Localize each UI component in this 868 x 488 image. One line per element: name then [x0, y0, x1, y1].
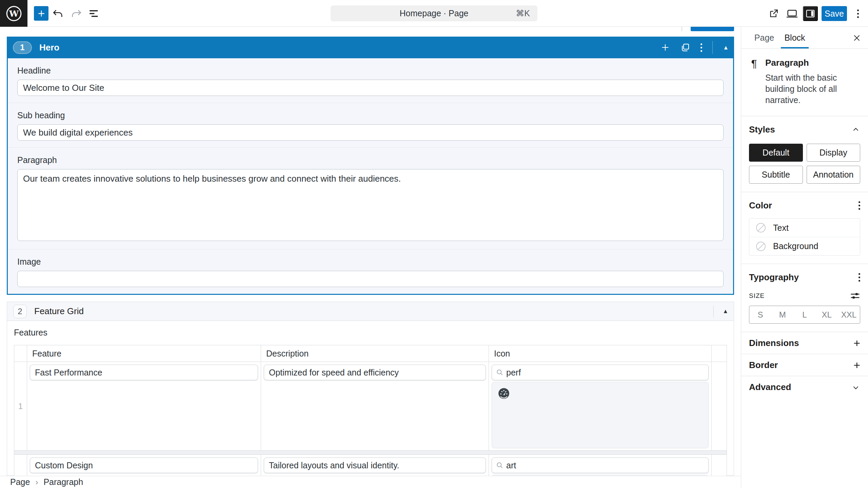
row-1-icon-search [492, 365, 709, 380]
editor-topbar: W Homepage · Page ⌘K [0, 0, 868, 27]
document-title-button[interactable]: Homepage · Page ⌘K [331, 5, 537, 21]
row-1-actions-cell [712, 362, 727, 451]
features-col-actions-header [712, 345, 727, 362]
row-2-icon-search [492, 458, 709, 473]
size-s-option[interactable]: S [749, 306, 771, 323]
breadcrumb-paragraph[interactable]: Paragraph [43, 477, 83, 487]
sidebar-tabs: Page Block [741, 27, 868, 49]
preview-device-icon[interactable] [785, 7, 800, 20]
style-default-button[interactable]: Default [749, 144, 803, 162]
chevron-up-icon[interactable] [851, 125, 860, 134]
image-input[interactable] [17, 271, 724, 287]
hero-add-icon[interactable] [660, 43, 670, 52]
advanced-panel-row[interactable]: Advanced [741, 376, 868, 398]
no-color-swatch-icon [756, 242, 766, 251]
hero-duplicate-icon[interactable] [680, 42, 690, 53]
size-l-option[interactable]: L [793, 306, 815, 323]
hero-index-badge: 1 [13, 41, 32, 54]
field-headline-label: Headline [17, 66, 724, 76]
settings-sidebar-toggle-button[interactable] [803, 6, 818, 21]
hero-options-kebab-icon[interactable] [701, 43, 702, 52]
color-panel: Color Text Background [741, 192, 868, 264]
row-2-feature-cell [27, 455, 261, 476]
list-view-icon[interactable] [87, 7, 100, 20]
document-title: Homepage · Page [400, 8, 469, 18]
row-2-description-cell [261, 455, 489, 476]
dashboard-icon[interactable] [497, 387, 510, 400]
row-1-icon-search-input[interactable] [506, 368, 704, 378]
command-shortcut: ⌘K [516, 8, 530, 18]
style-annotation-button[interactable]: Annotation [807, 166, 861, 184]
features-col-feature-header: Feature [27, 345, 261, 362]
plus-icon: + [853, 359, 860, 371]
hero-block: 1 Hero ▲ Headli [7, 37, 734, 295]
save-button[interactable]: Save [822, 6, 847, 21]
field-image: Image [8, 249, 733, 294]
breadcrumb-separator: › [35, 477, 38, 487]
style-display-button[interactable]: Display [807, 144, 861, 162]
close-sidebar-icon[interactable] [850, 31, 864, 45]
typography-panel-title: Typography [749, 272, 799, 283]
block-inserter-button[interactable] [34, 6, 48, 21]
field-headline: Headline [8, 58, 733, 103]
undo-icon[interactable] [52, 7, 64, 20]
plus-icon [37, 9, 46, 18]
features-col-description-header: Description [261, 345, 489, 362]
features-table: Feature Description Icon 1 [14, 345, 727, 476]
border-panel-row[interactable]: Border + [741, 354, 868, 376]
size-xxl-option[interactable]: XXL [838, 306, 860, 323]
row-1-feature-cell [27, 362, 261, 451]
field-image-label: Image [17, 257, 724, 267]
paragraph-textarea[interactable]: Our team creates innovative solutions to… [17, 169, 724, 241]
typography-options-kebab-icon[interactable] [859, 273, 860, 282]
options-menu-icon[interactable] [850, 7, 865, 20]
row-2-actions-cell [712, 455, 727, 476]
row-1-description-input[interactable] [264, 365, 486, 380]
view-site-external-link-icon[interactable] [766, 7, 781, 20]
settings-sidebar: Page Block ¶ Paragraph Start with the ba… [741, 27, 868, 488]
color-panel-title: Color [749, 200, 772, 211]
subheading-input[interactable] [17, 124, 724, 141]
plus-icon: + [853, 337, 860, 349]
styles-panel-title: Styles [749, 124, 775, 135]
row-1-feature-input[interactable] [30, 365, 258, 380]
hero-block-header[interactable]: 1 Hero ▲ [7, 37, 734, 58]
row-2-description-input[interactable] [264, 458, 486, 473]
row-2-icon-search-input[interactable] [506, 461, 704, 470]
size-xl-option[interactable]: XL [816, 306, 838, 323]
hero-actions-divider [712, 41, 713, 54]
size-settings-icon[interactable] [850, 291, 860, 300]
color-options-kebab-icon[interactable] [859, 201, 860, 210]
field-subheading: Sub heading [8, 103, 733, 148]
editor-canvas: 1 Hero ▲ Headli [0, 27, 741, 476]
wordpress-logo[interactable]: W [0, 0, 27, 27]
breadcrumb-page[interactable]: Page [10, 477, 30, 487]
row-2-feature-input[interactable] [30, 458, 258, 473]
style-subtitle-button[interactable]: Subtitle [749, 166, 803, 184]
typography-panel: Typography SIZE S M L XL XXL [741, 264, 868, 332]
size-m-option[interactable]: M [771, 306, 793, 323]
tab-block[interactable]: Block [780, 27, 810, 48]
dimensions-panel-row[interactable]: Dimensions + [741, 332, 868, 354]
styles-panel: Styles Default Display Subtitle Annotati… [741, 116, 868, 192]
block-card: ¶ Paragraph Start with the basic buildin… [741, 49, 868, 116]
cutoff-blue-button[interactable] [691, 27, 734, 31]
row-2-number: 2 [14, 455, 27, 476]
features-col-num-header [14, 345, 27, 362]
search-icon [496, 369, 504, 376]
hero-collapse-icon[interactable]: ▲ [723, 45, 729, 50]
headline-input[interactable] [17, 80, 724, 96]
redo-icon[interactable] [70, 7, 83, 20]
feature-grid-header[interactable]: 2 Feature Grid ▲ [7, 302, 734, 321]
row-1-description-cell [261, 362, 489, 451]
block-card-description: Start with the basic building block of a… [765, 72, 860, 106]
feature-grid-collapse-icon[interactable]: ▲ [723, 308, 728, 314]
row-1-icon-cell [489, 362, 712, 451]
wordpress-logo-icon: W [5, 5, 22, 22]
color-text-row[interactable]: Text [749, 219, 860, 237]
block-card-title: Paragraph [765, 58, 860, 68]
feature-grid-index-badge: 2 [13, 305, 27, 318]
tab-page[interactable]: Page [749, 27, 780, 48]
color-background-row[interactable]: Background [749, 237, 860, 255]
row-divider [14, 451, 727, 455]
